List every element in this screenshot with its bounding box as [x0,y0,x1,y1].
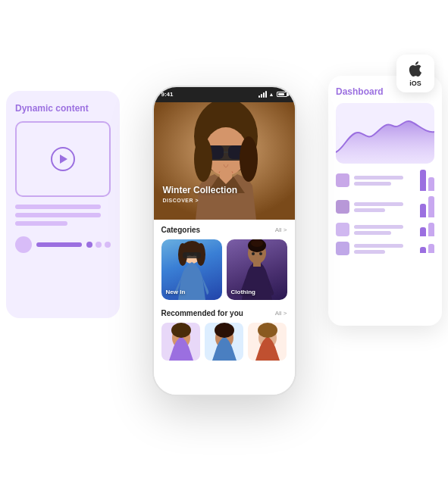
categories-title: Categories [161,226,201,234]
ctrl-dot-2 [96,242,102,248]
svg-point-19 [251,239,263,247]
bar-group-2 [420,196,434,217]
status-icons: ▲ [258,91,287,98]
row-line-1a [354,176,403,180]
hero-title: Winter Collection [163,185,238,195]
svg-point-20 [252,252,255,255]
video-placeholder[interactable] [15,121,111,197]
row-thumb-2 [336,200,349,214]
chart-svg [336,103,434,164]
ios-label: iOS [409,80,421,87]
recommended-header: Recommended for you All > [161,309,287,317]
bar-item-4b [428,244,434,253]
rec-item-3[interactable] [248,323,287,361]
svg-point-24 [171,323,191,338]
row-content-2 [354,202,415,212]
bar-item-1a [420,170,426,191]
categories-section: Categories All > [154,220,295,305]
hero-discover[interactable]: DISCOVER > [163,198,238,203]
ctrl-dot-3 [105,242,111,248]
svg-point-28 [258,323,277,338]
svg-point-26 [215,323,234,338]
row-thumb-1 [336,173,349,187]
bar-item-2a [420,204,426,217]
bar-group-3 [420,223,434,236]
bar-group-1 [420,170,434,191]
svg-rect-22 [253,261,261,267]
ctrl-dot-1 [86,242,92,248]
svg-rect-16 [183,252,201,258]
list-row-4 [336,242,434,255]
left-card-title: Dynamic content [15,103,111,114]
ctrl-dots [86,242,111,248]
row-line-3b [354,231,391,235]
recommended-items [161,323,287,361]
text-lines [15,205,111,226]
row-thumb-4 [336,242,349,255]
categories-grid: New In [161,239,287,300]
rec-item-2[interactable] [205,323,243,361]
bar-item-3b [428,223,434,236]
row-line-3a [354,225,403,229]
svg-point-21 [259,252,262,255]
ios-badge: iOS [396,55,434,92]
text-line-1 [15,205,101,209]
row-line-4a [354,244,403,248]
hero-text: Winter Collection DISCOVER > [163,185,238,203]
ctrl-circle [15,236,32,253]
hero-section: Winter Collection DISCOVER > [154,102,295,220]
battery-icon [277,92,287,97]
row-content-1 [354,176,415,186]
recommended-all[interactable]: All > [275,310,287,317]
text-line-3 [15,221,67,226]
row-line-2b [354,208,385,212]
bottom-controls [15,236,111,253]
rec-item-1[interactable] [161,323,200,361]
status-time: 9:41 [161,91,174,98]
list-row-1 [336,170,434,191]
row-line-1b [354,182,391,186]
recommended-section: Recommended for you All > [154,305,295,365]
list-row-3 [336,223,434,236]
apple-logo-icon [406,60,425,78]
list-rows [336,170,434,315]
left-card: Dynamic content [6,91,120,318]
svg-point-8 [194,136,212,182]
chart-area [336,103,434,164]
bar-item-2b [428,196,434,217]
row-thumb-3 [336,223,349,236]
category-card-new-in[interactable]: New In [161,239,222,300]
phone-notch: 9:41 ▲ [154,87,295,102]
wifi-icon: ▲ [269,92,274,97]
bar-item-1b [428,177,434,191]
ctrl-progress-bar [36,242,82,247]
svg-point-9 [240,136,258,182]
row-line-4b [354,250,385,254]
category-label-new-in: New In [166,289,186,295]
row-line-2a [354,202,403,206]
bar-group-4 [420,244,434,253]
categories-all[interactable]: All > [275,226,287,233]
row-content-4 [354,244,415,254]
text-line-2 [15,213,101,217]
signal-icon [258,91,267,98]
bar-item-3a [420,227,426,236]
row-content-3 [354,225,415,235]
phone: 9:41 ▲ [152,86,296,396]
play-triangle-icon [60,155,67,164]
list-row-2 [336,196,434,217]
category-label-clothing: Clothing [231,289,255,295]
phone-content: Winter Collection DISCOVER > Categories … [154,102,295,395]
scene: Dynamic content 9:41 [0,0,448,481]
play-icon[interactable] [51,147,75,171]
right-card: iOS Dashboard [328,76,442,326]
recommended-title: Recommended for you [161,309,243,317]
category-card-clothing[interactable]: Clothing [227,239,287,300]
categories-header: Categories All > [161,226,287,234]
bar-item-4a [420,247,426,253]
